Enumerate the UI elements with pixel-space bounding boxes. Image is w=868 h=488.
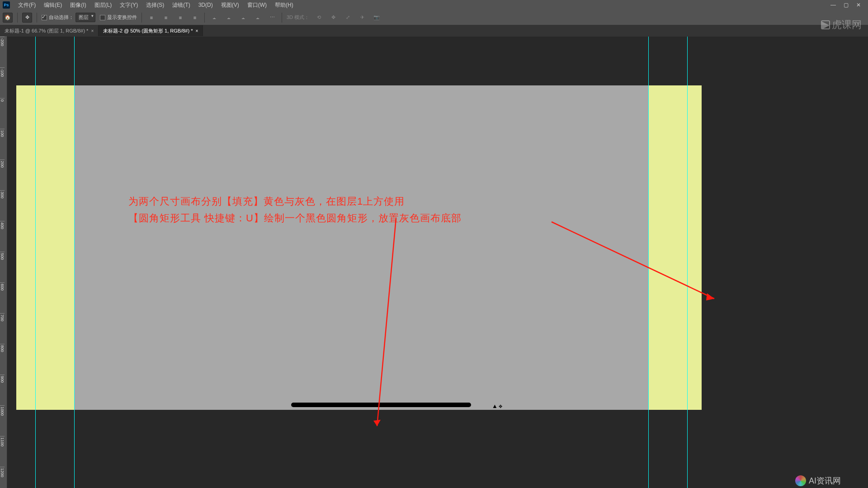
align-left-icon[interactable]: ≡ (146, 13, 156, 23)
move-tool-icon[interactable]: ✥ (22, 13, 32, 23)
ps-logo-icon: Ps (3, 1, 10, 9)
canvas[interactable]: 为两个尺寸画布分别【填充】黄色与灰色，在图层1上方使用 【圆角矩形工具 快捷键：… (7, 37, 868, 488)
checkbox-icon (42, 15, 47, 20)
menu-type[interactable]: 文字(Y) (116, 0, 142, 10)
show-transform-checkbox[interactable]: 显示变换控件 (100, 14, 137, 21)
menubar: Ps 文件(F) 编辑(E) 图像(I) 图层(L) 文字(Y) 选择(S) 滤… (0, 0, 868, 10)
mode3d-label: 3D 模式： (287, 14, 309, 21)
move-cursor-icon: ▲ (492, 403, 502, 409)
annotation-text: 为两个尺寸画布分别【填充】黄色与灰色，在图层1上方使用 【圆角矩形工具 快捷键：… (128, 193, 462, 227)
menu-select[interactable]: 选择(S) (142, 0, 168, 10)
menu-filter[interactable]: 滤镜(T) (169, 0, 193, 10)
dist-top-icon[interactable]: ⫠ (209, 13, 219, 23)
3d-dolly-icon: ⤢ (343, 13, 353, 23)
more-options-icon[interactable]: ⋯ (267, 13, 277, 23)
svg-marker-1 (373, 420, 381, 426)
menu-view[interactable]: 视图(V) (217, 0, 243, 10)
window-controls: — ▢ ✕ (829, 2, 865, 8)
svg-marker-3 (706, 293, 714, 300)
doc-tab-2[interactable]: 未标题-2 @ 50% (圆角矩形 1, RGB/8#) * × (99, 25, 203, 36)
guide-line[interactable] (687, 37, 688, 488)
options-bar: 🏠 ✥ 自动选择： 图层 显示变换控件 ≡ ≡ ≡ ≡ ⫠ ⫠ ⫠ ⫠ ⋯ 3D… (0, 10, 868, 25)
minimize-button[interactable]: — (829, 2, 837, 8)
align-center-icon[interactable]: ≡ (161, 13, 171, 23)
3d-cam-icon: 📷 (372, 13, 382, 23)
menu-edit[interactable]: 编辑(E) (40, 0, 66, 10)
guide-line[interactable] (648, 37, 649, 488)
3d-walk-icon: ✈ (357, 13, 367, 23)
artboard-grey (74, 85, 648, 410)
menu-window[interactable]: 窗口(W) (244, 0, 270, 10)
auto-select-target[interactable]: 图层 (75, 13, 95, 22)
rounded-rect-shape[interactable] (291, 403, 471, 407)
menu-help[interactable]: 帮助(H) (271, 0, 297, 10)
align-spread-icon[interactable]: ≡ (190, 13, 200, 23)
3d-pan-icon: ✥ (328, 13, 338, 23)
document-tabs: 未标题-1 @ 66.7% (图层 1, RGB/8#) * × 未标题-2 @… (0, 25, 868, 36)
menu-3d[interactable]: 3D(D) (195, 1, 217, 9)
align-right-icon[interactable]: ≡ (175, 13, 185, 23)
doc-tab-1[interactable]: 未标题-1 @ 66.7% (图层 1, RGB/8#) * × (0, 25, 99, 36)
dist-vcenter-icon[interactable]: ⫠ (224, 13, 234, 23)
dist-hspread-icon[interactable]: ⫠ (253, 13, 263, 23)
close-button[interactable]: ✕ (854, 2, 863, 8)
auto-select-checkbox[interactable]: 自动选择： 图层 (42, 13, 95, 22)
ruler-vertical[interactable]: -200-10001002003004005006007008009001000… (0, 37, 7, 488)
menu-layer[interactable]: 图层(L) (91, 0, 116, 10)
home-icon[interactable]: 🏠 (3, 13, 13, 23)
close-tab-icon[interactable]: × (195, 28, 198, 33)
3d-orbit-icon: ⟲ (314, 13, 324, 23)
maximize-button[interactable]: ▢ (842, 2, 850, 8)
menu-file[interactable]: 文件(F) (14, 0, 39, 10)
guide-line[interactable] (35, 37, 36, 488)
dist-bottom-icon[interactable]: ⫠ (238, 13, 248, 23)
menu-image[interactable]: 图像(I) (66, 0, 90, 10)
guide-line[interactable] (74, 37, 75, 488)
checkbox-icon (100, 15, 105, 20)
close-tab-icon[interactable]: × (91, 28, 94, 33)
